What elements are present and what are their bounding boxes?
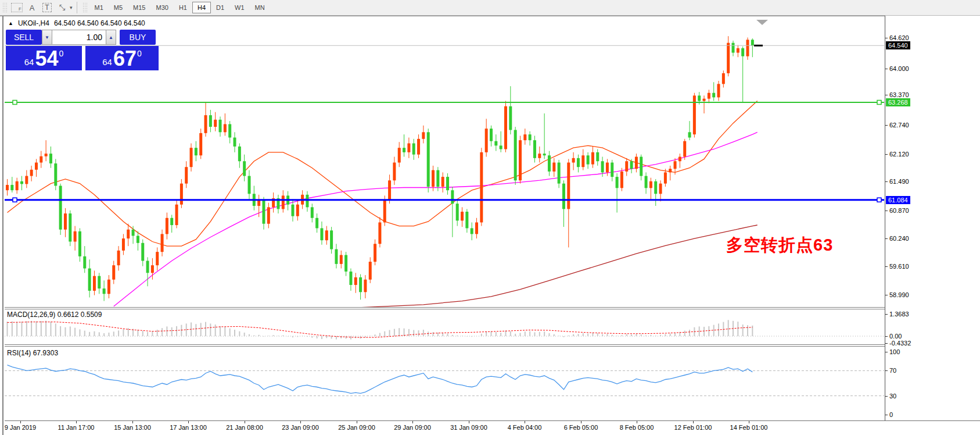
hline-handle[interactable]: [877, 198, 881, 202]
candle-body: [500, 145, 502, 149]
candle-body: [403, 148, 405, 152]
price-tick-label: 60.240: [889, 235, 909, 242]
candle-body: [228, 124, 231, 137]
time-tick: [469, 421, 469, 423]
candle-body: [141, 243, 144, 261]
candle-body: [335, 249, 338, 264]
axis-tick-dash: [885, 69, 888, 69]
ma-line-1: [114, 132, 758, 306]
timeframe-button-m1[interactable]: M1: [89, 2, 109, 13]
volume-decrease-button[interactable]: ▼: [42, 30, 52, 45]
timeframe-button-mn[interactable]: MN: [250, 2, 270, 13]
candle-body: [606, 163, 609, 173]
candle-body: [471, 228, 473, 234]
candle-body: [664, 172, 667, 183]
rsi-line: [8, 365, 753, 394]
volume-input[interactable]: 1.00: [52, 30, 106, 45]
hline-handle[interactable]: [13, 101, 17, 105]
candle-body: [625, 161, 628, 172]
candle-body: [422, 132, 425, 139]
time-label: 25 Jan 09:00: [338, 424, 375, 431]
timeframe-drag-handle[interactable]: [82, 2, 87, 13]
hline-handle[interactable]: [877, 101, 881, 105]
time-tick: [581, 421, 581, 423]
candle-body: [219, 120, 222, 133]
timeframe-button-h4[interactable]: H4: [192, 2, 211, 13]
candle-body: [170, 218, 173, 225]
time-label: 6 Feb 05:00: [564, 424, 598, 431]
candle-body: [577, 158, 580, 167]
time-label: 8 Feb 05:00: [620, 424, 654, 431]
buy-price-display[interactable]: 64 67 0: [85, 46, 159, 70]
candle-body: [674, 161, 677, 169]
candle-body: [722, 73, 725, 84]
quote-values: 64.540 64.540 64.540 64.540: [54, 19, 145, 27]
candle-body: [640, 157, 642, 176]
candle-body: [364, 280, 367, 293]
candle-body: [393, 163, 396, 181]
chart-text-annotation[interactable]: 多空转折点63: [726, 234, 833, 257]
grid-f-icon[interactable]: F: [10, 2, 23, 13]
price-badge-63.268: 63.268: [886, 98, 910, 106]
candle-body: [359, 277, 362, 292]
collapse-panel-icon[interactable]: ▲: [8, 20, 13, 26]
toolbar-drag-handle[interactable]: [2, 2, 7, 13]
candle-body: [417, 139, 420, 155]
candle-body: [204, 115, 207, 133]
candle-body: [112, 265, 115, 280]
text-tool-icon[interactable]: T: [41, 2, 53, 13]
candle-body: [591, 152, 594, 165]
axis-tick-dash: [885, 38, 888, 38]
candle-body: [291, 205, 294, 216]
sell-price-display[interactable]: 64 54 0: [6, 46, 82, 70]
price-tick-label: 58.990: [889, 291, 909, 298]
price-tick-label: 1.3683: [889, 311, 909, 318]
candle-body: [40, 156, 42, 163]
candle-body: [234, 138, 236, 147]
timeframe-button-d1[interactable]: D1: [211, 2, 229, 13]
candle-body: [340, 255, 343, 264]
label-a-icon[interactable]: A: [26, 2, 38, 13]
axis-tick-dash: [885, 352, 888, 352]
candle-body: [311, 207, 314, 218]
candle-body: [257, 200, 260, 206]
ma-line-0: [8, 101, 758, 247]
dropdown-caret-icon[interactable]: ▾: [70, 5, 73, 10]
candle-body: [712, 93, 715, 98]
candle-body: [354, 277, 357, 285]
timeframe-button-m30[interactable]: M30: [151, 2, 174, 13]
time-label: 23 Jan 09:00: [282, 424, 319, 431]
timeframe-button-m15[interactable]: M15: [128, 2, 150, 13]
price-tick-label: 61.490: [889, 178, 909, 185]
volume-increase-button[interactable]: ▲: [106, 30, 116, 45]
timeframe-button-h1[interactable]: H1: [174, 2, 192, 13]
price-axis[interactable]: 64.62064.00063.37062.74062.12061.49060.8…: [885, 16, 980, 420]
candle-body: [683, 141, 686, 157]
time-label: 11 Jan 17:00: [58, 424, 95, 431]
price-tick-label: 63.370: [889, 91, 909, 98]
candle-body: [127, 230, 130, 238]
rsi-separator-top[interactable]: [5, 344, 980, 345]
candle-body: [645, 176, 648, 188]
sell-button[interactable]: SELL: [6, 30, 42, 45]
buy-price-big: 67: [113, 49, 137, 69]
candle-body: [199, 133, 202, 155]
buy-button[interactable]: BUY: [120, 30, 156, 45]
candle-body: [209, 115, 212, 127]
candle-body: [519, 140, 522, 180]
time-label: 31 Jan 09:00: [450, 424, 487, 431]
candle-body: [538, 154, 541, 158]
time-axis[interactable]: 9 Jan 201911 Jan 17:0015 Jan 13:0017 Jan…: [5, 420, 980, 435]
price-tick-label: 64.620: [889, 34, 909, 41]
arrows-tool-icon[interactable]: ⤡: [56, 2, 69, 13]
price-tick-label: 59.610: [889, 263, 909, 270]
macd-separator-top[interactable]: [5, 307, 980, 308]
candle-body: [54, 163, 57, 186]
candle-body: [93, 276, 96, 291]
candle-body: [16, 181, 19, 190]
hline-handle[interactable]: [13, 198, 17, 202]
candle-body: [132, 230, 135, 236]
timeframe-button-w1[interactable]: W1: [229, 2, 250, 13]
timeframe-button-m5[interactable]: M5: [109, 2, 128, 13]
candle-body: [654, 181, 657, 194]
